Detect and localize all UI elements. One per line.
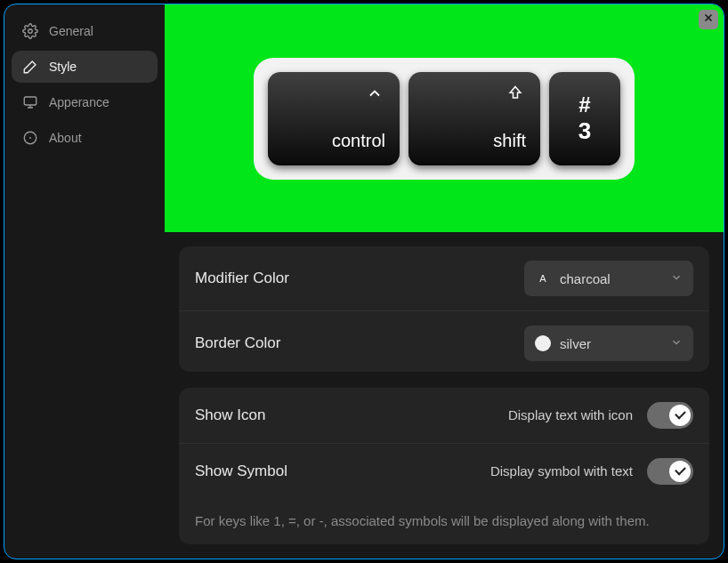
wand-icon <box>22 59 38 75</box>
svg-point-0 <box>28 29 33 34</box>
svg-point-3 <box>29 137 31 139</box>
preview-key-symbol: # <box>578 94 590 116</box>
display-panel: Show Icon Display text with icon Show Sy… <box>179 388 709 544</box>
sidebar-item-label: About <box>49 131 82 145</box>
preview-key-label: shift <box>493 131 526 151</box>
border-color-row: Border Color silver <box>179 311 709 372</box>
colors-panel: Modifier Color A charcoal Border Color s… <box>179 246 709 372</box>
main-area: control shift # 3 Modifier Color <box>165 4 724 559</box>
chevron-down-icon <box>670 336 683 351</box>
border-color-select[interactable]: silver <box>524 326 693 361</box>
show-symbol-toggle[interactable] <box>647 458 693 485</box>
sidebar-item-appearance[interactable]: Apperance <box>12 86 158 118</box>
row-sublabel: Display text with icon <box>508 407 633 422</box>
preview-key-shift: shift <box>408 72 540 165</box>
chevron-down-icon <box>670 271 683 286</box>
preview-key-label: control <box>332 131 385 151</box>
row-label: Modifier Color <box>195 269 524 287</box>
modifier-color-row: Modifier Color A charcoal <box>179 246 709 311</box>
close-button[interactable] <box>699 10 718 29</box>
show-symbol-help: For keys like 1, =, or -, associated sym… <box>179 499 709 544</box>
monitor-icon <box>22 94 38 110</box>
sidebar-item-label: Style <box>49 60 77 74</box>
color-swatch-icon <box>535 335 551 351</box>
sidebar-item-label: Apperance <box>49 95 109 109</box>
modifier-color-select[interactable]: A charcoal <box>524 261 693 296</box>
sidebar-item-general[interactable]: General <box>12 15 158 47</box>
preview-area: control shift # 3 <box>165 4 724 232</box>
sidebar-item-style[interactable]: Style <box>12 51 158 83</box>
gear-icon <box>22 23 38 39</box>
row-sublabel: Display symbol with text <box>490 463 633 479</box>
svg-rect-1 <box>24 97 36 105</box>
row-label: Show Symbol <box>195 462 490 480</box>
show-icon-row: Show Icon Display text with icon <box>179 388 709 444</box>
show-icon-toggle[interactable] <box>647 402 693 429</box>
key-preview-plate: control shift # 3 <box>254 58 635 180</box>
settings-list: Modifier Color A charcoal Border Color s… <box>165 232 724 559</box>
row-label: Show Icon <box>195 406 508 424</box>
select-value: charcoal <box>560 271 661 286</box>
text-color-icon: A <box>535 270 551 286</box>
sidebar-item-about[interactable]: About <box>12 122 158 154</box>
chevron-up-icon <box>366 84 384 102</box>
select-value: silver <box>560 336 661 351</box>
sidebar: General Style Apperance About <box>4 4 165 559</box>
info-icon <box>22 130 38 146</box>
close-icon <box>702 12 715 28</box>
sidebar-item-label: General <box>49 24 93 38</box>
preview-key-control: control <box>268 72 400 165</box>
row-label: Border Color <box>195 334 524 352</box>
show-symbol-row: Show Symbol Display symbol with text For… <box>179 444 709 544</box>
up-arrow-outline-icon <box>506 84 524 102</box>
preview-key-3: # 3 <box>549 72 620 165</box>
preview-key-number: 3 <box>578 119 591 142</box>
